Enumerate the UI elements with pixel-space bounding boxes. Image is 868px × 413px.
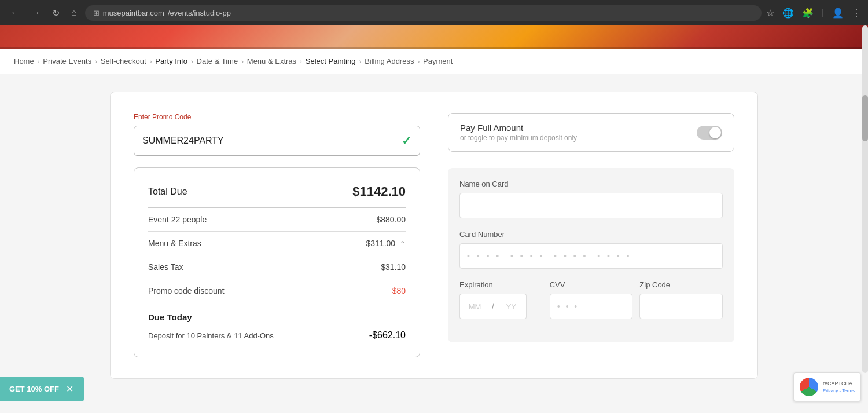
name-field-group: Name on Card <box>459 180 723 218</box>
url-prefix: musepaintbar.com <box>103 9 164 17</box>
pay-toggle-switch[interactable] <box>697 126 722 140</box>
breadcrumb-party-info[interactable]: Party Info <box>155 57 187 65</box>
breadcrumb-payment[interactable]: Payment <box>423 57 453 65</box>
deposit-label: Deposit for 10 Painters & 11 Add-Ons <box>148 331 274 340</box>
recaptcha-text: reCAPTCHA Privacy - Terms <box>823 380 855 394</box>
event-row: Event 22 people $880.00 <box>148 210 406 229</box>
card-number-input[interactable] <box>459 243 723 269</box>
cvv-input[interactable] <box>550 294 633 319</box>
zip-input[interactable] <box>639 294 723 319</box>
total-due-row: Total Due $1142.10 <box>148 180 406 208</box>
pay-toggle-subtitle: or toggle to pay minimum deposit only <box>460 134 577 142</box>
sep-6: › <box>300 58 302 65</box>
payment-card: Enter Promo Code ✓ Total Due $1142.10 Ev… <box>110 92 758 379</box>
expiry-separator: / <box>490 294 496 319</box>
breadcrumb-select-painting[interactable]: Select Painting <box>306 57 356 65</box>
bookmark-icon[interactable]: ☆ <box>766 8 774 19</box>
breadcrumb-menu-extras[interactable]: Menu & Extras <box>247 57 296 65</box>
tax-label: Sales Tax <box>148 262 183 272</box>
expiry-wrap: / <box>459 294 543 319</box>
promo-check-icon: ✓ <box>402 134 411 148</box>
pay-toggle-text: Pay Full Amount or toggle to pay minimum… <box>460 123 577 142</box>
browser-chrome: ← → ↻ ⌂ ⊞ musepaintbar.com/events/instud… <box>0 0 868 25</box>
reload-button[interactable]: ↻ <box>49 5 63 21</box>
tax-row: Sales Tax $31.10 <box>148 258 406 276</box>
name-input[interactable] <box>459 193 723 218</box>
sep-4: › <box>191 58 193 65</box>
hero-image <box>0 25 868 49</box>
sep-2: › <box>95 58 97 65</box>
cvv-field-group: CVV <box>550 280 633 319</box>
pay-toggle-box: Pay Full Amount or toggle to pay minimum… <box>448 113 734 152</box>
promo-badge-label: GET 10% OFF <box>9 385 59 393</box>
address-bar[interactable]: ⊞ musepaintbar.com/events/instudio-pp <box>85 5 762 21</box>
forward-button[interactable]: → <box>28 5 44 20</box>
promo-discount-value: $80 <box>392 286 406 295</box>
sep-7: › <box>359 58 361 65</box>
payment-form: Name on Card Card Number Expiration / <box>448 168 734 342</box>
url-path: /events/instudio-pp <box>168 9 231 17</box>
zip-label: Zip Code <box>639 280 723 289</box>
breadcrumb-bar: Home › Private Events › Self-checkout › … <box>0 49 868 74</box>
due-today-row: Due Today <box>148 308 406 327</box>
expiry-cvv-zip-row: Expiration / CVV Zip Code <box>459 280 723 331</box>
expiration-field-group: Expiration / <box>459 280 543 319</box>
breadcrumb-private-events[interactable]: Private Events <box>43 57 91 65</box>
menu-icon[interactable]: ⋮ <box>852 8 861 19</box>
promo-discount-label: Promo code discount <box>148 286 225 295</box>
deposit-row: Deposit for 10 Painters & 11 Add-Ons -$6… <box>148 327 406 345</box>
chrome-toolbar: ☆ 🌐 🧩 | 👤 ⋮ <box>766 8 861 19</box>
promo-discount-row: Promo code discount $80 <box>148 282 406 300</box>
main-content: Enter Promo Code ✓ Total Due $1142.10 Ev… <box>0 74 868 396</box>
event-value: $880.00 <box>376 215 406 224</box>
breadcrumb-billing[interactable]: Billing Address <box>365 57 414 65</box>
home-button[interactable]: ⌂ <box>68 5 80 20</box>
scrollbar-thumb[interactable] <box>862 95 868 141</box>
promo-badge-close[interactable]: ✕ <box>65 383 75 394</box>
sep-8: › <box>417 58 420 65</box>
card-number-label: Card Number <box>459 230 723 239</box>
recaptcha-logo <box>800 378 818 396</box>
menu-row: Menu & Extras $311.00 ⌃ <box>148 234 406 253</box>
breadcrumb-self-checkout[interactable]: Self-checkout <box>101 57 146 65</box>
total-due-value: $1142.10 <box>352 184 406 199</box>
event-label: Event 22 people <box>148 215 207 224</box>
profile-icon[interactable]: 👤 <box>832 8 844 19</box>
toggle-knob <box>709 127 721 138</box>
promo-badge: GET 10% OFF ✕ <box>0 377 84 401</box>
extensions-icon[interactable]: 🧩 <box>802 8 814 19</box>
recaptcha-badge: reCAPTCHA Privacy - Terms <box>793 372 861 401</box>
scrollbar[interactable] <box>862 25 868 373</box>
expiration-label: Expiration <box>459 280 543 289</box>
menu-label: Menu & Extras <box>148 239 201 248</box>
zip-field-group: Zip Code <box>639 280 723 319</box>
left-column: Enter Promo Code ✓ Total Due $1142.10 Ev… <box>134 113 420 357</box>
breadcrumb: Home › Private Events › Self-checkout › … <box>14 57 453 65</box>
sep-1: › <box>38 58 40 65</box>
tax-value: $31.10 <box>381 262 406 272</box>
promo-input-wrap: ✓ <box>134 126 420 156</box>
total-due-label: Total Due <box>148 187 187 197</box>
expand-icon[interactable]: ⌃ <box>400 240 406 248</box>
order-summary: Total Due $1142.10 Event 22 people $880.… <box>134 167 420 357</box>
menu-value: $311.00 ⌃ <box>366 239 406 248</box>
sep-5: › <box>241 58 244 65</box>
deposit-value: -$662.10 <box>369 330 406 341</box>
due-today-label: Due Today <box>148 312 192 322</box>
name-label: Name on Card <box>459 180 723 188</box>
promo-input[interactable] <box>142 136 402 146</box>
sep-3: › <box>150 58 152 65</box>
pay-full-label: Pay Full Amount <box>460 123 577 133</box>
expiry-mm-input[interactable] <box>459 294 490 319</box>
card-number-field-group: Card Number <box>459 230 723 269</box>
back-button[interactable]: ← <box>7 5 23 20</box>
breadcrumb-home[interactable]: Home <box>14 57 34 65</box>
right-column: Pay Full Amount or toggle to pay minimum… <box>448 113 734 357</box>
cvv-label: CVV <box>550 280 633 289</box>
expiry-yy-input[interactable] <box>496 294 527 319</box>
promo-label: Enter Promo Code <box>134 113 420 121</box>
breadcrumb-date-time[interactable]: Date & Time <box>197 57 238 65</box>
translate-icon[interactable]: 🌐 <box>782 8 794 19</box>
